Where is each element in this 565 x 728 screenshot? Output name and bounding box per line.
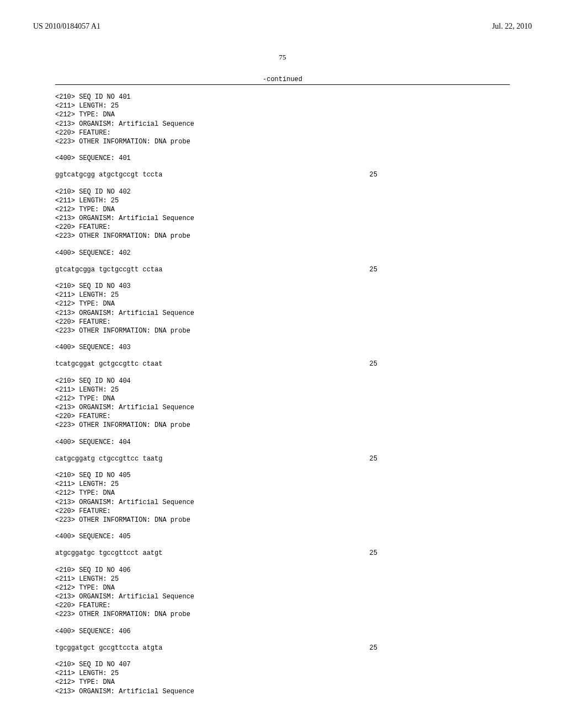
content-area: -continued <210> SEQ ID NO 401<211> LENG…: [0, 76, 565, 718]
sequence-header-line: <210> SEQ ID NO 407: [55, 660, 510, 669]
sequence-header-line: <211> LENGTH: 25: [55, 101, 510, 110]
sequence-position: 25: [370, 265, 510, 274]
sequence-header-line: <223> OTHER INFORMATION: DNA probe: [55, 326, 510, 335]
sequence-header-line: <211> LENGTH: 25: [55, 480, 510, 489]
sequence-header-line: <220> FEATURE:: [55, 129, 510, 137]
sequence-entry: <210> SEQ ID NO 402<211> LENGTH: 25<212>…: [55, 188, 510, 275]
page-header: US 2010/0184057 A1 Jul. 22, 2010: [0, 0, 565, 36]
sequence-header-line: <223> OTHER INFORMATION: DNA probe: [55, 516, 510, 524]
sequence-header-line: <213> ORGANISM: Artificial Sequence: [55, 214, 510, 223]
publication-date: Jul. 22, 2010: [492, 22, 532, 31]
sequence-label: <400> SEQUENCE: 406: [55, 627, 510, 636]
sequence-label: <400> SEQUENCE: 402: [55, 249, 510, 258]
sequence-header-line: <223> OTHER INFORMATION: DNA probe: [55, 421, 510, 430]
sequence-header-line: <220> FEATURE:: [55, 223, 510, 232]
sequence-entry: <210> SEQ ID NO 403<211> LENGTH: 25<212>…: [55, 282, 510, 369]
sequence-position: 25: [370, 170, 510, 179]
sequence-entry: <210> SEQ ID NO 407<211> LENGTH: 25<212>…: [55, 660, 510, 696]
separator-line: [55, 84, 510, 85]
sequence-row: gtcatgcgga tgctgccgtt cctaa25: [55, 265, 510, 274]
sequence-header-line: <212> TYPE: DNA: [55, 678, 510, 687]
sequence-row: tcatgcggat gctgccgttc ctaat25: [55, 360, 510, 368]
sequence-row: atgcggatgc tgccgttcct aatgt25: [55, 549, 510, 558]
sequence-entry: <210> SEQ ID NO 405<211> LENGTH: 25<212>…: [55, 471, 510, 558]
sequence-header-line: <213> ORGANISM: Artificial Sequence: [55, 309, 510, 318]
sequence-row: catgcggatg ctgccgttcc taatg25: [55, 454, 510, 463]
sequence-header-line: <223> OTHER INFORMATION: DNA probe: [55, 610, 510, 619]
sequence-header-line: <210> SEQ ID NO 403: [55, 282, 510, 291]
sequence-header-line: <211> LENGTH: 25: [55, 669, 510, 678]
sequence-header-line: <223> OTHER INFORMATION: DNA probe: [55, 137, 510, 146]
sequence-label: <400> SEQUENCE: 401: [55, 154, 510, 163]
sequence-header-line: <220> FEATURE:: [55, 507, 510, 516]
sequence-text: atgcggatgc tgccgttcct aatgt: [55, 549, 162, 558]
sequence-header-line: <211> LENGTH: 25: [55, 291, 510, 299]
sequence-header-line: <210> SEQ ID NO 405: [55, 471, 510, 480]
sequence-header-line: <223> OTHER INFORMATION: DNA probe: [55, 232, 510, 240]
sequence-label: <400> SEQUENCE: 403: [55, 343, 510, 352]
sequence-entry: <210> SEQ ID NO 406<211> LENGTH: 25<212>…: [55, 566, 510, 653]
sequence-text: gtcatgcgga tgctgccgtt cctaa: [55, 265, 162, 274]
sequence-position: 25: [370, 644, 510, 652]
sequence-header-line: <212> TYPE: DNA: [55, 489, 510, 497]
sequence-header-line: <211> LENGTH: 25: [55, 386, 510, 394]
sequence-header-line: <212> TYPE: DNA: [55, 110, 510, 119]
sequence-text: tgcggatgct gccgttccta atgta: [55, 644, 162, 652]
sequence-header-line: <210> SEQ ID NO 406: [55, 566, 510, 575]
sequence-entry: <210> SEQ ID NO 404<211> LENGTH: 25<212>…: [55, 377, 510, 464]
sequence-text: tcatgcggat gctgccgttc ctaat: [55, 360, 162, 368]
sequence-header-line: <213> ORGANISM: Artificial Sequence: [55, 687, 510, 696]
sequence-header-line: <212> TYPE: DNA: [55, 584, 510, 592]
sequence-position: 25: [370, 549, 510, 558]
sequence-header-line: <212> TYPE: DNA: [55, 299, 510, 308]
sequence-header-line: <213> ORGANISM: Artificial Sequence: [55, 120, 510, 129]
sequence-position: 25: [370, 454, 510, 463]
sequence-header-line: <220> FEATURE:: [55, 318, 510, 326]
sequence-text: catgcggatg ctgccgttcc taatg: [55, 454, 162, 463]
sequence-label: <400> SEQUENCE: 404: [55, 438, 510, 447]
sequence-header-line: <213> ORGANISM: Artificial Sequence: [55, 592, 510, 601]
sequence-header-line: <213> ORGANISM: Artificial Sequence: [55, 498, 510, 507]
sequence-position: 25: [370, 360, 510, 368]
sequence-header-line: <211> LENGTH: 25: [55, 196, 510, 205]
patent-number: US 2010/0184057 A1: [33, 22, 100, 31]
page-number: 75: [0, 53, 565, 62]
sequence-header-line: <212> TYPE: DNA: [55, 394, 510, 403]
sequence-row: tgcggatgct gccgttccta atgta25: [55, 644, 510, 652]
continued-label: -continued: [55, 76, 510, 83]
sequence-header-line: <211> LENGTH: 25: [55, 575, 510, 584]
sequence-label: <400> SEQUENCE: 405: [55, 532, 510, 541]
sequence-header-line: <212> TYPE: DNA: [55, 205, 510, 214]
sequence-header-line: <220> FEATURE:: [55, 412, 510, 421]
sequences-container: <210> SEQ ID NO 401<211> LENGTH: 25<212>…: [55, 93, 510, 696]
sequence-row: ggtcatgcgg atgctgccgt tccta25: [55, 170, 510, 179]
sequence-header-line: <220> FEATURE:: [55, 601, 510, 610]
sequence-header-line: <213> ORGANISM: Artificial Sequence: [55, 403, 510, 412]
sequence-header-line: <210> SEQ ID NO 401: [55, 93, 510, 101]
sequence-header-line: <210> SEQ ID NO 402: [55, 188, 510, 196]
sequence-header-line: <210> SEQ ID NO 404: [55, 377, 510, 386]
sequence-text: ggtcatgcgg atgctgccgt tccta: [55, 170, 162, 179]
sequence-entry: <210> SEQ ID NO 401<211> LENGTH: 25<212>…: [55, 93, 510, 180]
